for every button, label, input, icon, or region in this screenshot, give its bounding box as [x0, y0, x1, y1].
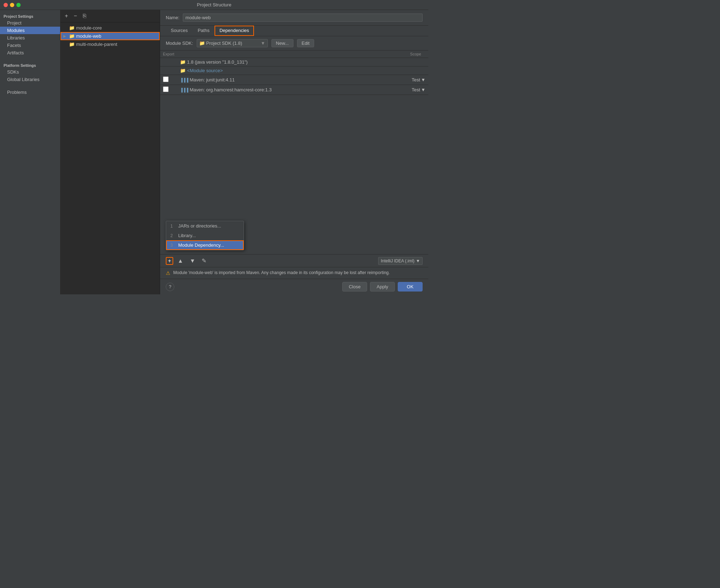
platform-settings-section: Platform Settings	[0, 62, 60, 68]
name-input[interactable]	[183, 14, 423, 22]
add-dropdown-menu: 1 JARs or directories... 2 Library... 3 …	[166, 221, 244, 250]
item-number: 3	[170, 243, 175, 248]
scope-value: Test	[412, 77, 420, 82]
sdk-folder-icon: 📁	[199, 41, 205, 46]
apply-button[interactable]: Apply	[370, 282, 395, 292]
tab-sources[interactable]: Sources	[166, 26, 193, 36]
dep-label: Maven: junit:junit:4.11	[190, 77, 234, 82]
sidebar-item-project[interactable]: Project	[0, 19, 60, 27]
bottom-toolbar: + ▲ ▼ ✎ IntelliJ IDEA (.iml) ▼	[160, 255, 428, 267]
format-select-value: IntelliJ IDEA (.iml)	[381, 258, 414, 263]
dep-export-checkbox[interactable]	[163, 86, 169, 92]
dep-export-checkbox[interactable]	[163, 76, 169, 82]
tab-paths[interactable]: Paths	[193, 26, 215, 36]
tree-item-module-web[interactable]: ▶ 📁 module-web	[60, 32, 160, 40]
move-down-button[interactable]: ▼	[187, 257, 197, 265]
sidebar-item-sdks[interactable]: SDKs	[0, 68, 60, 76]
dep-label: Maven: org.hamcrest:hamcrest-core:1.3	[190, 87, 271, 92]
dropdown-item-library[interactable]: 2 Library...	[166, 231, 244, 240]
sdk-select[interactable]: 📁 Project SDK (1.8) ▼	[197, 39, 268, 47]
sidebar-item-global-libraries[interactable]: Global Libraries	[0, 76, 60, 83]
sdk-new-button[interactable]: New...	[271, 39, 293, 47]
sidebar-item-artifacts[interactable]: Artifacts	[0, 49, 60, 57]
sidebar-item-libraries[interactable]: Libraries	[0, 34, 60, 42]
dep-export-cell[interactable]	[160, 85, 177, 95]
sidebar-item-problems[interactable]: Problems	[0, 89, 60, 96]
ok-button[interactable]: OK	[398, 282, 423, 292]
tree-add-button[interactable]: +	[63, 12, 69, 20]
sdk-label: Module SDK:	[166, 41, 193, 46]
sdk-edit-button[interactable]: Edit	[297, 39, 314, 47]
table-row: 📁 <Module source>	[160, 66, 428, 75]
close-button[interactable]	[4, 3, 8, 7]
warning-icon: ⚠	[166, 270, 170, 276]
bars-icon: ▐▐▐	[180, 88, 188, 92]
folder-icon: 📁	[180, 59, 186, 65]
window-controls	[4, 3, 21, 7]
folder-icon-multi: 📁	[69, 42, 75, 47]
item-label: Module Dependency...	[178, 242, 224, 248]
dropdown-item-module-dep[interactable]: 3 Module Dependency...	[166, 240, 244, 250]
item-number: 2	[170, 233, 175, 238]
sdk-row: Module SDK: 📁 Project SDK (1.8) ▼ New...…	[160, 36, 428, 50]
scope-dropdown[interactable]: Test ▼	[410, 77, 425, 82]
tree-remove-button[interactable]: −	[72, 12, 78, 20]
title-bar: Project Structure	[0, 0, 428, 10]
dep-export-cell	[160, 58, 177, 66]
dependencies-table: Export Scope 📁 1.8 (java version "1.8.0_…	[160, 50, 428, 95]
dep-icon: ▐▐▐ Maven: org.hamcrest:hamcrest-core:1.…	[180, 87, 272, 92]
tree-items: 📁 module-core ▶ 📁 module-web 📁 multi-mod…	[60, 22, 160, 294]
format-select[interactable]: IntelliJ IDEA (.iml) ▼	[378, 257, 423, 265]
table-row: 📁 1.8 (java version "1.8.0_131")	[160, 58, 428, 66]
warning-text: Module 'module-web' is imported from Mav…	[173, 270, 390, 275]
tree-item-label: module-core	[76, 25, 102, 31]
dropdown-item-jars[interactable]: 1 JARs or directories...	[166, 221, 244, 231]
dep-name-cell: ▐▐▐ Maven: org.hamcrest:hamcrest-core:1.…	[177, 85, 407, 95]
tree-arrow-selected: ▶	[63, 34, 68, 38]
dep-name-cell: ▐▐▐ Maven: junit:junit:4.11	[177, 75, 407, 85]
project-settings-section: Project Settings	[0, 13, 60, 19]
dep-export-cell[interactable]	[160, 75, 177, 85]
sidebar-item-facets[interactable]: Facets	[0, 42, 60, 49]
minimize-button[interactable]	[10, 3, 14, 7]
move-up-button[interactable]: ▲	[175, 257, 185, 265]
sdk-select-value: Project SDK (1.8)	[206, 41, 242, 46]
tree-item-multi-module[interactable]: 📁 multi-module-parent	[60, 40, 160, 48]
folder-icon-selected: 📁	[69, 33, 75, 39]
tree-item-label-selected: module-web	[76, 33, 101, 39]
tree-toolbar: + − ⎘	[60, 10, 160, 22]
dep-export-cell	[160, 66, 177, 75]
tab-dependencies[interactable]: Dependencies	[215, 26, 254, 36]
tree-copy-button[interactable]: ⎘	[81, 12, 88, 20]
tree-item-module-core[interactable]: 📁 module-core	[60, 24, 160, 32]
main-layout: Project Settings Project Modules Librari…	[0, 10, 428, 294]
sdk-dropdown-arrow: ▼	[261, 41, 265, 46]
module-tree: + − ⎘ 📁 module-core ▶ 📁 module-web 📁 mul…	[60, 10, 160, 294]
name-row: Name:	[160, 10, 428, 26]
header-scope: Scope	[407, 50, 428, 58]
maximize-button[interactable]	[16, 3, 21, 7]
item-number: 1	[170, 224, 175, 229]
scope-dropdown[interactable]: Test ▼	[410, 87, 425, 92]
header-name	[177, 50, 407, 58]
dep-label: 1.8 (java version "1.8.0_131")	[187, 59, 248, 65]
dep-icon: 📁 <Module source>	[180, 68, 223, 73]
dep-icon: ▐▐▐ Maven: junit:junit:4.11	[180, 77, 235, 82]
dep-scope-cell	[407, 66, 428, 75]
dep-label: <Module source>	[187, 68, 223, 73]
dep-scope-cell[interactable]: Test ▼	[407, 75, 428, 85]
close-button[interactable]: Close	[342, 282, 367, 292]
dep-scope-cell[interactable]: Test ▼	[407, 85, 428, 95]
content-area: Name: Sources Paths Dependencies Module …	[160, 10, 428, 294]
table-row: ▐▐▐ Maven: junit:junit:4.11 Test ▼	[160, 75, 428, 85]
name-label: Name:	[166, 15, 179, 20]
tree-item-label-multi: multi-module-parent	[76, 42, 117, 47]
dep-name-cell: 📁 <Module source>	[177, 66, 407, 75]
header-export: Export	[160, 50, 177, 58]
sidebar-item-modules[interactable]: Modules	[0, 27, 60, 34]
add-dependency-button[interactable]: +	[166, 257, 173, 265]
edit-button[interactable]: ✎	[200, 257, 208, 265]
dialog-buttons: ? Close Apply OK	[160, 279, 428, 294]
help-button[interactable]: ?	[166, 283, 174, 291]
sidebar: Project Settings Project Modules Librari…	[0, 10, 60, 294]
